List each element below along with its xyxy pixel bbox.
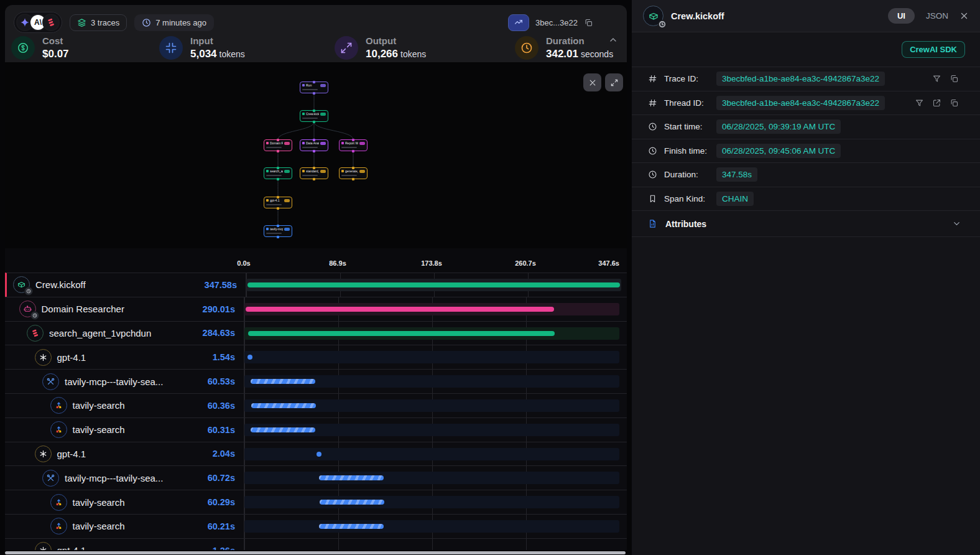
external-icon[interactable]: [932, 98, 941, 108]
filter-icon[interactable]: [932, 74, 941, 83]
graph-node[interactable]: search_agent_1vp...: [264, 167, 292, 179]
graph-node[interactable]: Report Writer: [339, 139, 368, 151]
span-bar: [248, 331, 555, 336]
span-bar: [320, 500, 384, 505]
node-handle: [277, 225, 279, 227]
node-tag-chip: [359, 170, 365, 173]
node-handle: [313, 110, 315, 112]
graph-node[interactable]: Domain Researcher: [264, 139, 292, 151]
node-type-icon: [266, 228, 269, 230]
node-type-icon: [302, 84, 305, 86]
span-duration: 290.01s: [5, 297, 235, 321]
timeline-row[interactable]: tavily-search60.21s: [5, 514, 627, 538]
span-track: [244, 520, 619, 533]
field-label: Finish time:: [664, 146, 711, 156]
provider-avatars: A\: [14, 12, 62, 33]
span-bar-lane: [244, 418, 619, 442]
timeline-row[interactable]: gpt-4.12.04s: [5, 442, 627, 466]
expand-graph-button[interactable]: [605, 73, 623, 91]
detail-field-row: Finish time:06/28/2025, 09:45:06 AM UTC: [632, 139, 980, 164]
hash-icon: [648, 74, 662, 83]
node-handle: [277, 139, 279, 141]
detail-header: Crew.kickoff UI JSON: [632, 0, 980, 32]
graph-node[interactable]: gpt-4.1: [264, 197, 292, 208]
timeline-row[interactable]: search_agent_1vpchdun284.63s: [5, 321, 627, 345]
timeline-row[interactable]: gpt-4.11.26s: [5, 538, 627, 550]
span-duration: 60.31s: [5, 418, 235, 442]
span-bar: [319, 524, 384, 529]
crewai-icon: [42, 14, 60, 31]
node-type-icon: [341, 170, 344, 172]
agent-graph: RunCrew.kickoffDomain ResearcherData Ana…: [5, 62, 627, 248]
span-bar-lane: [244, 297, 619, 321]
dollar-coin-icon: [11, 36, 35, 60]
metrics-chart-button[interactable]: [508, 14, 529, 31]
file-icon: [648, 219, 662, 228]
span-bar-lane: [244, 394, 619, 417]
span-track: [244, 351, 619, 363]
field-label: Span Kind:: [664, 194, 711, 203]
sdk-badge: CrewAI SDK: [902, 41, 965, 58]
timeline-row[interactable]: Domain Researcher290.01s: [5, 297, 627, 321]
tab-ui[interactable]: UI: [888, 8, 915, 24]
node-tag-chip: [320, 113, 326, 116]
chevron-down-icon[interactable]: [952, 219, 961, 228]
graph-node[interactable]: Run: [300, 82, 328, 93]
attributes-label: Attributes: [665, 219, 706, 229]
span-bar-lane: [244, 490, 619, 514]
graph-node-label: gpt-4.1: [270, 198, 283, 202]
field-actions: [932, 74, 959, 83]
copy-icon[interactable]: [950, 98, 959, 108]
clock-icon: [648, 146, 662, 156]
close-graph-button[interactable]: [583, 73, 601, 91]
graph-node-label: Data Analyst: [306, 141, 319, 145]
graph-node[interactable]: Data Analyst: [300, 139, 328, 151]
node-handle: [352, 167, 354, 169]
span-bar-lane: [244, 539, 619, 550]
layers-icon: [77, 18, 86, 27]
timeline-row[interactable]: tavily-search60.31s: [5, 417, 627, 442]
trace-id-short: 3bec...3e22: [535, 18, 578, 27]
copy-icon[interactable]: [950, 74, 959, 83]
span-duration: 284.63s: [5, 322, 235, 345]
timeline-row[interactable]: gpt-4.11.54s: [5, 345, 627, 369]
graph-node[interactable]: Crew.kickoff: [300, 110, 328, 122]
axis-tick: 173.8s: [421, 259, 442, 267]
expand-arrows-icon: [335, 36, 358, 60]
field-label: Duration:: [664, 170, 711, 179]
copy-icon[interactable]: [584, 18, 593, 27]
node-tag-chip: [284, 228, 290, 231]
timeline-row[interactable]: tavily-mcp---tavily-sea...60.53s: [5, 369, 627, 393]
graph-node[interactable]: standard_Processi...: [300, 167, 328, 179]
node-handle: [313, 167, 315, 169]
clock-icon: [515, 36, 539, 60]
node-handle: [277, 236, 279, 238]
timeline-row[interactable]: tavily-mcp---tavily-sea...60.72s: [5, 465, 627, 490]
node-handle: [277, 167, 279, 169]
axis-tick: 347.6s: [598, 259, 619, 267]
node-type-icon: [266, 142, 269, 144]
span-track: [244, 448, 619, 460]
span-bar-lane: [244, 322, 619, 345]
attributes-section[interactable]: Attributes: [632, 211, 980, 237]
timeline-row[interactable]: Crew.kickoff347.58s: [5, 273, 627, 297]
tab-json[interactable]: JSON: [926, 11, 948, 21]
node-handle: [277, 150, 279, 152]
field-label: Thread ID:: [664, 98, 711, 108]
timeline-row[interactable]: tavily-search60.36s: [5, 393, 627, 417]
filter-icon[interactable]: [915, 98, 924, 108]
axis-tick: 86.9s: [329, 259, 346, 267]
span-bar-lane: [246, 273, 621, 297]
horizontal-scrollbar[interactable]: [5, 551, 626, 554]
close-icon[interactable]: [959, 11, 969, 21]
node-handle: [277, 196, 279, 198]
node-handle: [313, 92, 315, 95]
graph-node-label: Crew.kickoff: [306, 112, 319, 116]
node-tag-chip: [320, 170, 326, 173]
span-bar-lane: [244, 466, 619, 490]
graph-node-label: Domain Researcher: [270, 141, 283, 145]
timeline-row[interactable]: tavily-search60.29s: [5, 490, 627, 514]
chevron-up-icon[interactable]: [608, 35, 618, 45]
graph-node[interactable]: tavily-mcp...: [264, 225, 292, 237]
graph-node[interactable]: generate_Synthesi...: [339, 167, 368, 179]
